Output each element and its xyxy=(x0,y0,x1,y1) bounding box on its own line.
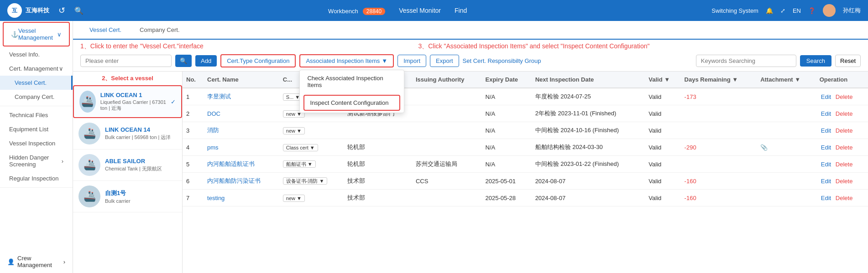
reset-button[interactable]: Reset xyxy=(835,55,861,67)
table-row: 5 内河船舶适航证书 船舶证书 ▼ 轮机部 苏州交通运输局 N/A 中间检验 2… xyxy=(183,156,868,173)
associated-items-dropdown[interactable]: Associated Inspection Items ▼ Check Asso… xyxy=(299,54,394,67)
edit-button[interactable]: Edit xyxy=(821,195,831,201)
cell-expiry: N/A xyxy=(482,139,532,156)
vessel-monitor-link[interactable]: Vessel Monitor xyxy=(399,7,441,14)
dropdown-inspect-content-config[interactable]: Inspect Content Configuration xyxy=(303,95,400,111)
cell-no: 3 xyxy=(183,122,204,139)
lang-selector[interactable]: EN xyxy=(793,7,801,14)
cert-type-tag: 船舶证书 ▼ xyxy=(283,160,316,168)
cell-issuing xyxy=(412,88,482,105)
cell-valid: Valid xyxy=(645,173,680,190)
delete-button[interactable]: Delete xyxy=(836,161,853,168)
cell-next-inspection: 2024-08-07 xyxy=(532,190,645,206)
sidebar-item-hidden-danger[interactable]: Hidden Danger Screening › xyxy=(0,150,73,171)
vessel-item[interactable]: 🚢 LINK OCEAN 14 Bulk carrier | 56968 ton… xyxy=(73,118,182,149)
vessel-item[interactable]: 🚢 自测1号 Bulk carrier xyxy=(73,181,182,212)
dropdown-check-associated[interactable]: Check Associated Inspection Items xyxy=(300,70,404,93)
export-button[interactable]: Export xyxy=(430,55,459,67)
vessel-item[interactable]: 🚢 LINK OCEAN 1 Liquefied Gas Carrier | 6… xyxy=(73,85,182,118)
search-input[interactable] xyxy=(80,55,172,67)
sidebar-item-technical-files[interactable]: Technical Files xyxy=(0,108,73,122)
cert-type-config-button[interactable]: Cert.Type Configuration xyxy=(220,54,296,67)
sidebar-item-cert-management[interactable]: Cert. Management ∨ xyxy=(0,62,73,76)
import-button[interactable]: Import xyxy=(397,55,426,67)
add-button[interactable]: Add xyxy=(195,55,217,67)
tab-vessel-cert[interactable]: Vessel Cert. xyxy=(80,21,131,40)
cell-valid: Valid xyxy=(645,105,680,122)
cell-expiry: 2025-05-01 xyxy=(482,173,532,190)
attachment-icon[interactable]: 📎 xyxy=(760,144,768,151)
tab-company-cert[interactable]: Company Cert. xyxy=(131,21,188,40)
vessel-desc: Liquefied Gas Carrier | 67301 ton | 近海 xyxy=(100,99,166,112)
delete-button[interactable]: Delete xyxy=(836,178,853,185)
cert-type-tag: 设备证书-消防 ▼ xyxy=(283,177,328,185)
delete-button[interactable]: Delete xyxy=(836,127,853,134)
keywords-search-input[interactable] xyxy=(696,55,796,67)
find-link[interactable]: Find xyxy=(455,7,467,14)
column-header: Days Remaining ▼ xyxy=(681,72,757,88)
cell-cert-type[interactable]: new ▼ xyxy=(279,190,344,206)
delete-button[interactable]: Delete xyxy=(836,144,853,151)
edit-button[interactable]: Edit xyxy=(821,93,831,100)
sidebar-item-vessel-management[interactable]: ⚓ Vessel Management ∨ xyxy=(3,22,70,46)
chevron-down-icon-cert: ∨ xyxy=(59,65,63,72)
cell-attachment xyxy=(757,105,816,122)
column-header: Next Inspection Date xyxy=(532,72,645,88)
delete-button[interactable]: Delete xyxy=(836,110,853,117)
cell-cert-type[interactable]: Class cert ▼ xyxy=(279,139,344,156)
avatar[interactable] xyxy=(823,4,836,17)
cell-cert-name: DOC xyxy=(204,105,279,122)
navbar-right: Switching System 🔔 ⤢ EN ❓ 孙红梅 xyxy=(711,4,861,17)
delete-button[interactable]: Delete xyxy=(836,93,853,100)
sidebar-item-equipment-list[interactable]: Equipment List xyxy=(0,122,73,136)
associated-items-button[interactable]: Associated Inspection Items ▼ xyxy=(299,54,394,67)
cell-next-inspection: 中间检验 2023-01-22 (Finished) xyxy=(532,156,645,173)
vessel-item[interactable]: 🚢 ABLE SAILOR Chemical Tank | 无限航区 xyxy=(73,149,182,181)
sidebar-item-regular-inspection[interactable]: Regular Inspection xyxy=(0,171,73,185)
cell-valid: Valid xyxy=(645,122,680,139)
nav-search-icon[interactable]: 🔍 xyxy=(74,6,84,15)
layout: ⚓ Vessel Management ∨ Vessel Info. Cert.… xyxy=(0,21,868,273)
search-icon-button[interactable]: 🔍 xyxy=(175,55,192,67)
edit-button[interactable]: Edit xyxy=(821,178,831,185)
search-button[interactable]: Search xyxy=(800,55,831,67)
cell-cert-name: 内河船舶防污染证书 xyxy=(204,173,279,190)
nav-back-icon[interactable]: ↺ xyxy=(58,5,65,15)
notification-icon[interactable]: 🔔 xyxy=(766,7,773,14)
vessel-name: LINK OCEAN 14 xyxy=(105,126,171,133)
sidebar-item-vessel-info[interactable]: Vessel Info. xyxy=(0,47,73,62)
sidebar-item-company-cert[interactable]: Company Cert. xyxy=(0,90,73,104)
dropdown-menu: Check Associated Inspection Items Inspec… xyxy=(299,70,404,113)
column-header: No. xyxy=(183,72,204,88)
help-icon[interactable]: ❓ xyxy=(808,7,816,14)
cell-cert-type[interactable]: 船舶证书 ▼ xyxy=(279,156,344,173)
workbench-label[interactable]: Workbench 28840 xyxy=(328,7,385,15)
cell-no: 2 xyxy=(183,105,204,122)
cell-cert-type[interactable]: new ▼ xyxy=(279,122,344,139)
sidebar-item-crew-management[interactable]: 👤 Crew Management › xyxy=(0,250,73,273)
cert-type-tag: new ▼ xyxy=(283,195,305,202)
cell-dept: 技术部 xyxy=(344,173,412,190)
sidebar-item-vessel-cert[interactable]: Vessel Cert. xyxy=(0,76,73,90)
sidebar-item-vessel-inspection[interactable]: Vessel Inspection xyxy=(0,136,73,150)
edit-button[interactable]: Edit xyxy=(821,144,831,151)
set-cert-link[interactable]: Set Cert. Responsibilty Group xyxy=(463,57,541,64)
cell-expiry: N/A xyxy=(482,88,532,105)
chevron-right-icon: › xyxy=(62,158,63,165)
cert-type-tag: Class cert ▼ xyxy=(283,144,318,151)
step2-label: 2、Select a vessel xyxy=(73,72,182,85)
cell-no: 1 xyxy=(183,88,204,105)
switching-system[interactable]: Switching System xyxy=(711,7,758,14)
cell-cert-type[interactable]: 设备证书-消防 ▼ xyxy=(279,173,344,190)
expand-icon[interactable]: ⤢ xyxy=(780,7,785,14)
cell-dept xyxy=(344,122,412,139)
cert-type-tag: new ▼ xyxy=(283,127,305,134)
cell-issuing xyxy=(412,105,482,122)
edit-button[interactable]: Edit xyxy=(821,110,831,117)
edit-button[interactable]: Edit xyxy=(821,161,831,168)
person-icon: 👤 xyxy=(7,258,15,265)
column-header: Issuing Authority xyxy=(412,72,482,88)
cell-expiry: 2025-05-28 xyxy=(482,190,532,206)
edit-button[interactable]: Edit xyxy=(821,127,831,134)
delete-button[interactable]: Delete xyxy=(836,195,853,201)
